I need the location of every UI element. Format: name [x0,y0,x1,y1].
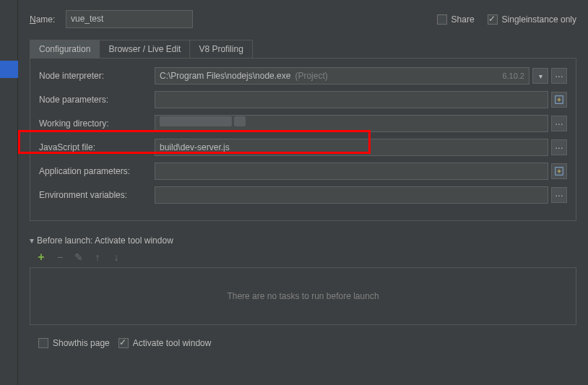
javascript-file-label: JavaScript file: [39,142,155,152]
tab-configuration[interactable]: Configuration [30,40,100,59]
node-interpreter-label: Node interpreter: [39,71,155,81]
left-gutter [0,0,18,385]
working-directory-label: Working directory: [39,118,155,129]
share-checkbox[interactable]: Share [437,14,475,25]
node-interpreter-dropdown[interactable] [532,68,548,84]
before-launch-toolbar: + − ✎ ↑ ↓ [34,250,576,264]
environment-variables-label: Environment variables: [39,190,155,200]
before-launch-title: Before launch: Activate tool window [37,235,173,246]
name-label: Name: [30,14,66,25]
checkbox-icon [118,338,129,348]
edit-task-button[interactable]: ✎ [72,250,86,264]
name-input[interactable]: vue_test [66,10,193,28]
node-parameters-expand[interactable] [551,92,567,108]
configuration-panel: Node interpreter: C:\Program Files\nodej… [30,58,576,221]
node-interpreter-combo[interactable]: C:\Program Files\nodejs\node.exe (Projec… [155,67,529,85]
application-parameters-expand[interactable] [551,163,567,179]
move-up-button[interactable]: ↑ [90,250,105,264]
tab-browser-live-edit[interactable]: Browser / Live Edit [99,40,190,59]
before-launch-empty: There are no tasks to run before launch [30,267,576,325]
node-parameters-input[interactable] [155,91,548,108]
working-directory-input[interactable] [155,115,548,132]
checkbox-icon [437,14,447,25]
single-instance-checkbox[interactable]: Single instance only [488,14,576,25]
before-launch-disclosure[interactable]: ▾ [30,235,34,246]
selection-marker [0,61,18,78]
application-parameters-label: Application parameters: [39,166,155,176]
project-hint: (Project) [295,71,327,81]
activate-tool-window-checkbox[interactable]: Activate tool window [118,338,212,348]
show-this-page-checkbox[interactable]: Show this page [38,338,110,348]
javascript-file-input[interactable]: build\dev-server.js [155,139,548,156]
move-down-button[interactable]: ↓ [109,250,124,264]
javascript-file-browse[interactable] [551,139,567,155]
add-task-button[interactable]: + [34,250,48,264]
node-parameters-label: Node parameters: [39,95,155,105]
remove-task-button[interactable]: − [53,250,67,264]
expand-icon [554,166,564,176]
tabs: Configuration Browser / Live Edit V8 Pro… [30,40,576,59]
tab-v8-profiling[interactable]: V8 Profiling [189,40,252,59]
checkbox-icon [38,338,48,348]
expand-icon [554,95,564,105]
node-version: 6.10.2 [502,72,524,80]
checkbox-icon [488,14,498,25]
working-directory-browse[interactable] [551,116,567,131]
environment-variables-browse[interactable] [551,187,567,203]
application-parameters-input[interactable] [155,163,548,180]
node-interpreter-browse[interactable] [551,68,567,84]
environment-variables-input[interactable] [155,186,548,204]
